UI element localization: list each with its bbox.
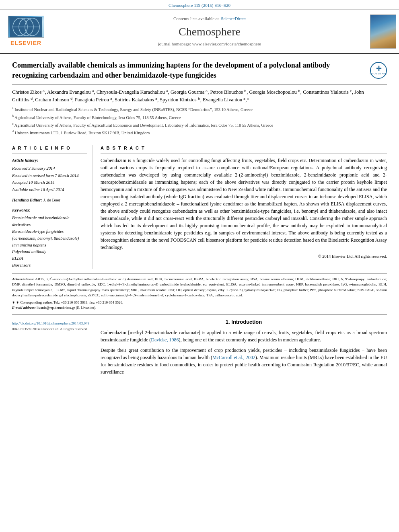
doi-link[interactable]: http://dx.doi.org/10.1016/j.chemosphere.… (12, 321, 93, 326)
handling-editor-label: Handling Editor: (12, 198, 42, 202)
crossmark-symbol: ✛ (376, 66, 381, 72)
elsevier-logo: ELSEVIER (8, 16, 44, 47)
accepted-date: Accepted 10 March 2014 (12, 179, 87, 186)
journal-ref-text: Chemosphere 119 (2015) S16–S20 (169, 3, 230, 8)
abstract-column: A B S T R A C T Carbendazim is a fungici… (101, 145, 387, 269)
journal-header: ELSEVIER Contents lists available at Sci… (0, 10, 399, 54)
footnotes-section: Abbreviations: ABTS, 2,2ʹ-azino-bis(3-et… (12, 273, 387, 314)
journal-title: Chemosphere (179, 24, 241, 39)
keyword-4: Polyclonal antibody (12, 249, 87, 255)
keyword-5: ELISA (12, 255, 87, 262)
email-address: livanis@rrp.demokritos.gr (E. Livaniou). (37, 306, 96, 310)
received-date: Received 3 January 2014 (12, 165, 87, 172)
abbreviations-text: Abbreviations: ABTS, 2,2ʹ-azino-bis(3-et… (12, 277, 387, 298)
corresponding-label: ∗ Corresponding author. (16, 300, 53, 304)
bottom-section: http://dx.doi.org/10.1016/j.chemosphere.… (12, 318, 387, 379)
abbreviations-content: ABTS, 2,2ʹ-azino-bis(3-ethylbenzothiazol… (12, 277, 387, 298)
handling-editor: Handling Editor: J. de Boer (12, 197, 87, 203)
star-symbol: ∗ (12, 300, 15, 304)
corresponding-author-note: ∗ ∗ Corresponding author. Tel.: +30 210 … (12, 300, 387, 306)
handling-editor-name: J. de Boer (43, 198, 60, 202)
article-title: Commercially available chemicals as immu… (12, 60, 366, 80)
elsevier-tree-image (8, 16, 44, 38)
authors-text: Christos Zikos ᵃ, Alexandra Evangelou ᵃ,… (12, 89, 364, 103)
crossmark-badge[interactable]: ✛ CrossMark (370, 62, 387, 79)
keyword-3: Immunizing haptens (12, 242, 87, 249)
journal-reference-bar: Chemosphere 119 (2015) S16–S20 (0, 0, 399, 10)
main-content: Commercially available chemicals as immu… (0, 54, 399, 385)
cite-mccarroll[interactable]: McCarroll et al., 2002 (212, 355, 255, 360)
article-history: Article history: Received 3 January 2014… (12, 157, 87, 193)
issn-line: 0045-6535/© 2014 Elsevier Ltd. All right… (12, 327, 93, 332)
sciencedirect-line: Contents lists available at ScienceDirec… (173, 16, 246, 22)
introduction-column: 1. Introduction Carbendazim [methyl 2-be… (101, 318, 387, 379)
affiliation-c: c Agricultural University of Athens, Fac… (12, 121, 387, 128)
intro-paragraph-1: Carbendazim [methyl 2-benzimidazole carb… (101, 329, 387, 343)
journal-homepage-line: journal homepage: www.elsevier.com/locat… (158, 41, 261, 47)
affiliations-section: a Institute of Nuclear and Radiological … (12, 106, 387, 141)
keyword-1: Benzimidazole and benzimidazole derivati… (12, 215, 87, 228)
elsevier-wordmark: ELSEVIER (10, 39, 41, 47)
introduction-title: 1. Introduction (101, 318, 387, 326)
sciencedirect-link[interactable]: ScienceDirect (221, 16, 246, 21)
email-label: E-mail address: (12, 306, 36, 310)
keywords-section: Keywords: Benzimidazole and benzimidazol… (12, 207, 87, 269)
abbreviations-label: Abbreviations: (12, 277, 34, 281)
doi-url[interactable]: http://dx.doi.org/10.1016/j.chemosphere.… (12, 321, 89, 325)
article-info-abstract-section: A R T I C L E I N F O Article history: R… (12, 145, 387, 269)
authors-line: Christos Zikos ᵃ, Alexandra Evangelou ᵃ,… (12, 88, 387, 104)
abstract-title: A B S T R A C T (101, 145, 387, 153)
introduction-text: Carbendazim [methyl 2-benzimidazole carb… (101, 329, 387, 376)
article-info-title: A R T I C L E I N F O (12, 145, 87, 153)
cover-image-area (367, 10, 399, 53)
abstract-text: Carbendazim is a fungicide widely used f… (101, 157, 387, 260)
crossmark-label: CrossMark (370, 72, 387, 75)
intro-paragraph-2: Despite their great contribution to the … (101, 347, 387, 376)
journal-cover-image (370, 14, 396, 49)
journal-info-center: Contents lists available at ScienceDirec… (52, 10, 367, 53)
available-date: Available online 16 April 2014 (12, 186, 87, 193)
keyword-2: Benzimidazole-type fungicides (carbendaz… (12, 228, 87, 242)
revised-date: Received in revised form 7 March 2014 (12, 172, 87, 179)
keywords-label: Keywords: (12, 207, 87, 214)
affiliation-a: a Institute of Nuclear and Radiological … (12, 106, 387, 113)
article-title-section: Commercially available chemicals as immu… (12, 60, 387, 84)
keyword-6: Biosensors (12, 262, 87, 269)
affiliation-d: d Uniscan Instruments LTD, 1 Burlow Road… (12, 129, 387, 136)
bottom-left-column: http://dx.doi.org/10.1016/j.chemosphere.… (12, 318, 93, 379)
publisher-logo-area: ELSEVIER (0, 10, 52, 53)
affiliation-b: b Agricultural University of Athens, Fac… (12, 114, 387, 121)
article-info-column: A R T I C L E I N F O Article history: R… (12, 145, 93, 269)
history-label: Article history: (12, 157, 87, 164)
corresponding-tel: Tel.: +30 210 650 3839; fax: +30 210 654… (53, 300, 123, 304)
email-line: E-mail address: livanis@rrp.demokritos.g… (12, 305, 387, 311)
cite-davidse[interactable]: Davidse, 1986 (151, 337, 179, 343)
copyright-line: © 2014 Elsevier Ltd. All rights reserved… (101, 253, 387, 260)
